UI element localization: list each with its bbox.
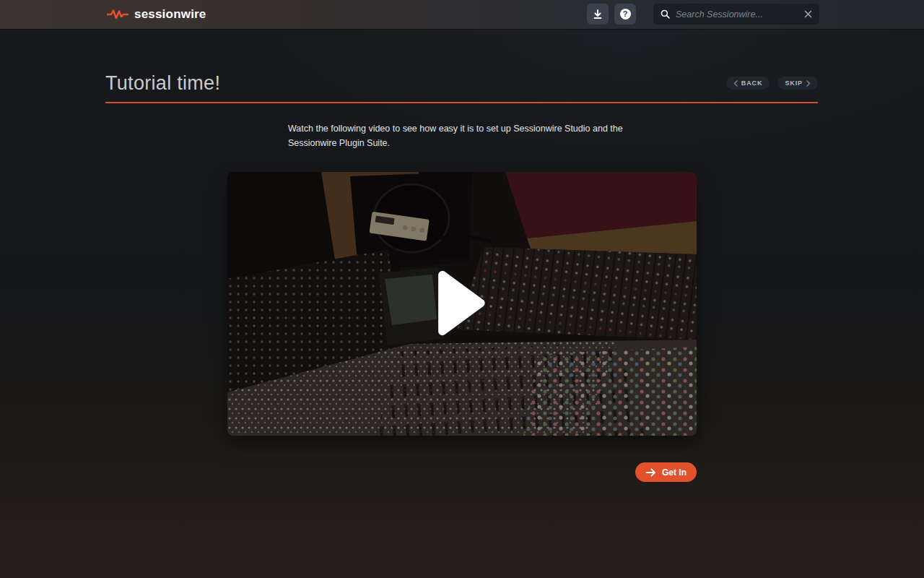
play-button[interactable]: [433, 266, 488, 342]
get-in-button-label: Get In: [662, 467, 687, 478]
tutorial-video-thumbnail[interactable]: [227, 172, 697, 436]
download-button[interactable]: [587, 4, 609, 25]
help-icon: ?: [620, 9, 631, 20]
accent-divider: [105, 102, 818, 103]
skip-button-label: SKIP: [785, 79, 803, 87]
top-header-bar: sessionwire ?: [0, 0, 924, 29]
search-bar: [653, 4, 819, 25]
logo-wordmark: sessionwire: [134, 7, 206, 22]
waveform-logo-icon: [107, 8, 128, 21]
back-button[interactable]: BACK: [726, 77, 770, 90]
download-icon: [593, 9, 603, 20]
arrow-right-icon: [645, 468, 656, 477]
search-icon: [661, 9, 670, 19]
wizard-nav: BACK SKIP: [726, 77, 818, 90]
chevron-right-icon: [806, 80, 811, 87]
get-in-button[interactable]: Get In: [635, 462, 697, 482]
search-input[interactable]: [676, 9, 798, 20]
help-button[interactable]: ?: [614, 4, 636, 25]
back-button-label: BACK: [741, 79, 763, 87]
chevron-left-icon: [733, 80, 738, 87]
page-title: Tutorial time!: [105, 72, 220, 95]
search-clear-button[interactable]: [804, 10, 812, 18]
tutorial-page: sessionwire ? Tutorial time!: [0, 0, 924, 578]
close-icon: [804, 10, 812, 18]
play-icon: [433, 266, 488, 340]
tutorial-description: Watch the following video to see how eas…: [288, 121, 639, 150]
skip-button[interactable]: SKIP: [777, 77, 818, 90]
sessionwire-logo: sessionwire: [107, 0, 206, 29]
